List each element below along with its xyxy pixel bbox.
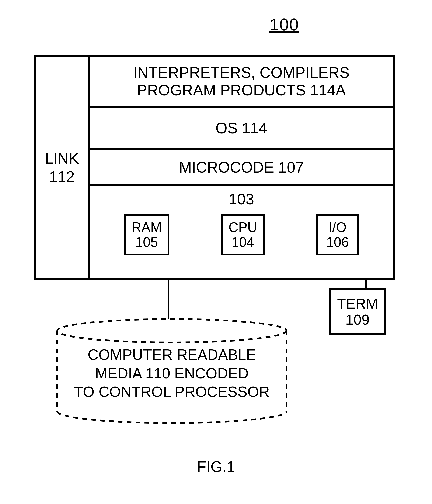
microcode-layer: MICROCODE 107	[90, 150, 393, 186]
cpu-label: CPU	[229, 220, 257, 235]
system-reference-number: 100	[269, 15, 299, 34]
media-text: COMPUTER READABLE MEDIA 110 ENCODED TO C…	[55, 346, 289, 401]
cpu-block: CPU 104	[221, 214, 265, 255]
system-block: LINK 112 INTERPRETERS, COMPILERS PROGRAM…	[34, 55, 395, 280]
hardware-ref: 103	[229, 190, 254, 208]
storage-cylinder: COMPUTER READABLE MEDIA 110 ENCODED TO C…	[55, 318, 289, 424]
ram-label: RAM	[132, 220, 162, 235]
svg-point-0	[57, 319, 286, 342]
io-block: I/O 106	[316, 214, 359, 255]
applications-line2: PROGRAM PRODUCTS 114A	[133, 81, 349, 99]
term-label: TERM	[337, 296, 378, 312]
media-connector-line	[168, 279, 169, 319]
term-ref: 109	[345, 312, 369, 328]
microcode-label: MICROCODE 107	[179, 159, 304, 176]
link-ref: 112	[49, 168, 74, 186]
io-ref: 106	[324, 235, 351, 250]
cpu-ref: 104	[229, 235, 257, 250]
applications-layer: INTERPRETERS, COMPILERS PROGRAM PRODUCTS…	[90, 57, 393, 108]
applications-line1: INTERPRETERS, COMPILERS	[133, 64, 349, 81]
hardware-components: RAM 105 CPU 104 I/O 106	[98, 214, 385, 255]
figure-caption: FIG.1	[0, 458, 432, 475]
media-line3: TO CONTROL PROCESSOR	[55, 383, 289, 401]
terminal-block: TERM 109	[329, 288, 386, 335]
ram-ref: 105	[132, 235, 162, 250]
layer-stack: INTERPRETERS, COMPILERS PROGRAM PRODUCTS…	[90, 57, 393, 278]
media-line2: MEDIA 110 ENCODED	[55, 364, 289, 383]
os-label: OS 114	[215, 119, 267, 137]
ram-block: RAM 105	[124, 214, 169, 255]
io-label: I/O	[324, 220, 351, 235]
link-block: LINK 112	[36, 57, 90, 278]
os-layer: OS 114	[90, 108, 393, 150]
hardware-layer: 103 RAM 105 CPU 104 I/O 106	[90, 186, 393, 278]
link-label: LINK	[45, 149, 79, 168]
diagram-canvas: 100 LINK 112 INTERPRETERS, COMPILERS PRO…	[0, 0, 432, 504]
media-line1: COMPUTER READABLE	[55, 346, 289, 364]
